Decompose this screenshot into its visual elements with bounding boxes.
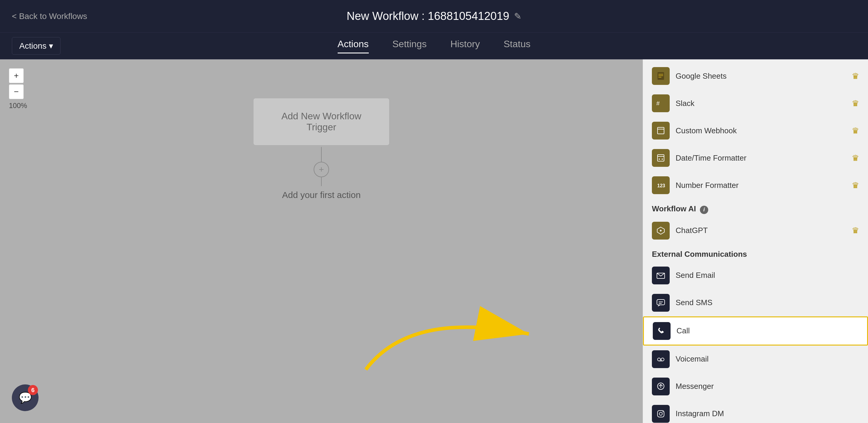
connector-line-bottom bbox=[321, 177, 322, 186]
send-sms-item[interactable]: Send SMS bbox=[643, 289, 868, 316]
slack-icon: # bbox=[652, 94, 670, 112]
send-email-item[interactable]: Send Email bbox=[643, 262, 868, 289]
send-email-label: Send Email bbox=[676, 271, 859, 280]
custom-webhook-crown: ♛ bbox=[852, 126, 859, 136]
number-formatter-label: Number Formatter bbox=[676, 181, 846, 190]
arrow-annotation bbox=[351, 281, 559, 399]
number-formatter-icon: 123 bbox=[652, 176, 670, 194]
connector-line-top bbox=[321, 147, 322, 162]
slack-label: Slack bbox=[676, 99, 846, 108]
voicemail-item[interactable]: Voicemail bbox=[643, 345, 868, 373]
svg-text:123: 123 bbox=[657, 183, 665, 188]
tab-history[interactable]: History bbox=[450, 38, 480, 53]
tab-status[interactable]: Status bbox=[504, 38, 531, 53]
send-sms-icon bbox=[652, 294, 670, 312]
send-sms-label: Send SMS bbox=[676, 298, 859, 307]
zoom-controls: + − 100% bbox=[9, 68, 27, 110]
instagram-dm-label: Instagram DM bbox=[676, 409, 859, 418]
instagram-dm-item[interactable]: Instagram DM bbox=[643, 400, 868, 423]
instagram-dm-icon bbox=[652, 405, 670, 423]
workflow-ai-info-icon[interactable]: i bbox=[700, 206, 708, 214]
datetime-formatter-crown: ♛ bbox=[852, 153, 859, 163]
back-to-workflows-link[interactable]: < Back to Workflows bbox=[12, 11, 87, 21]
svg-point-10 bbox=[659, 159, 660, 160]
add-first-action-label: Add your first action bbox=[282, 190, 361, 200]
custom-webhook-icon bbox=[652, 122, 670, 140]
svg-text:#: # bbox=[656, 100, 660, 107]
workflow-title: New Workflow : 1688105412019 ✎ bbox=[346, 10, 522, 23]
top-bar: < Back to Workflows New Workflow : 16881… bbox=[0, 0, 868, 33]
datetime-formatter-label: Date/Time Formatter bbox=[676, 153, 846, 163]
svg-rect-4 bbox=[658, 77, 661, 78]
messenger-icon bbox=[652, 377, 670, 395]
number-formatter-crown: ♛ bbox=[852, 180, 859, 190]
zoom-in-button[interactable]: + bbox=[9, 68, 24, 83]
svg-rect-8 bbox=[657, 154, 664, 161]
tab-actions[interactable]: Actions bbox=[338, 38, 369, 53]
slack-item[interactable]: # Slack ♛ bbox=[643, 90, 868, 117]
voicemail-icon bbox=[652, 350, 670, 368]
svg-point-11 bbox=[662, 159, 663, 160]
chat-badge: 6 bbox=[28, 385, 38, 395]
add-action-button[interactable]: + bbox=[314, 162, 329, 177]
google-sheets-icon bbox=[652, 67, 670, 85]
tab-bar-container: Actions ▾ Actions Settings History Statu… bbox=[0, 33, 868, 59]
external-communications-section-title: External Communications bbox=[643, 244, 868, 262]
send-email-icon bbox=[652, 266, 670, 284]
main-area: + − 100% Add New WorkflowTrigger + Add y… bbox=[0, 59, 868, 423]
workflow-canvas[interactable]: + − 100% Add New WorkflowTrigger + Add y… bbox=[0, 59, 643, 423]
actions-dropdown-area: Actions ▾ bbox=[12, 37, 60, 55]
svg-rect-6 bbox=[657, 128, 664, 134]
google-sheets-item[interactable]: Google Sheets ♛ bbox=[643, 62, 868, 90]
chat-bubble-button[interactable]: 💬 6 bbox=[12, 385, 38, 411]
google-sheets-crown: ♛ bbox=[852, 71, 859, 81]
svg-point-27 bbox=[662, 411, 663, 412]
messenger-label: Messenger bbox=[676, 382, 859, 391]
trigger-box[interactable]: Add New WorkflowTrigger bbox=[253, 98, 390, 145]
call-icon bbox=[653, 322, 671, 340]
chatgpt-label: ChatGPT bbox=[676, 226, 846, 235]
custom-webhook-label: Custom Webhook bbox=[676, 126, 846, 135]
svg-point-26 bbox=[659, 412, 662, 415]
connector: + bbox=[314, 147, 329, 186]
svg-point-20 bbox=[657, 358, 660, 361]
workflow-ai-section-title: Workflow AI i bbox=[643, 199, 868, 217]
actions-dropdown-button[interactable]: Actions ▾ bbox=[12, 37, 60, 55]
tab-bar: Actions Settings History Status bbox=[338, 33, 531, 59]
messenger-item[interactable]: Messenger bbox=[643, 373, 868, 400]
call-label: Call bbox=[677, 326, 858, 335]
chatgpt-item[interactable]: ✦ ChatGPT ♛ bbox=[643, 217, 868, 244]
chatgpt-icon: ✦ bbox=[652, 222, 670, 239]
edit-title-icon[interactable]: ✎ bbox=[514, 11, 522, 21]
chatgpt-crown: ♛ bbox=[852, 226, 859, 235]
slack-crown: ♛ bbox=[852, 98, 859, 108]
svg-text:✦: ✦ bbox=[659, 228, 662, 233]
custom-webhook-item[interactable]: Custom Webhook ♛ bbox=[643, 117, 868, 144]
zoom-out-button[interactable]: − bbox=[9, 84, 24, 99]
svg-rect-3 bbox=[658, 76, 663, 76]
voicemail-label: Voicemail bbox=[676, 355, 859, 364]
tab-settings[interactable]: Settings bbox=[393, 38, 427, 53]
datetime-formatter-icon bbox=[652, 149, 670, 167]
trigger-text: Add New WorkflowTrigger bbox=[281, 111, 361, 133]
number-formatter-item[interactable]: 123 Number Formatter ♛ bbox=[643, 172, 868, 199]
zoom-level-label: 100% bbox=[9, 102, 27, 110]
google-sheets-label: Google Sheets bbox=[676, 72, 846, 81]
right-sidebar: Google Sheets ♛ # Slack ♛ Custom Webhook… bbox=[643, 59, 868, 423]
datetime-formatter-item[interactable]: Date/Time Formatter ♛ bbox=[643, 144, 868, 172]
call-item[interactable]: Call bbox=[643, 316, 868, 345]
svg-rect-2 bbox=[658, 74, 663, 75]
svg-point-21 bbox=[661, 358, 664, 361]
